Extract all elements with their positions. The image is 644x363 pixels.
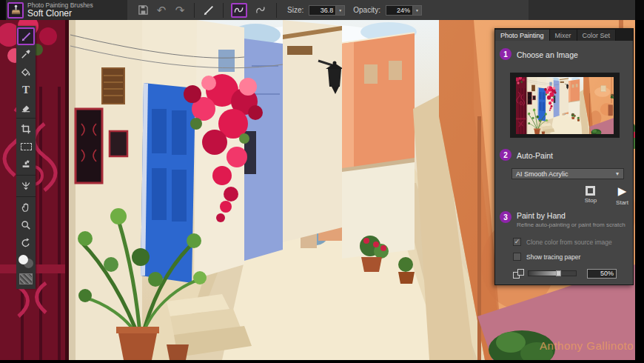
tab-color-set[interactable]: Color Set: [577, 30, 617, 41]
clone-color-checkbox[interactable]: ✓: [513, 238, 521, 246]
undo-button[interactable]: ↶: [155, 3, 168, 18]
stroke-style-line-button[interactable]: [252, 3, 269, 18]
tool-paper-texture[interactable]: [16, 271, 36, 286]
tool-clone-stamp[interactable]: [16, 156, 36, 173]
brush-variant-icon[interactable]: [7, 2, 24, 19]
toolbox-divider: [16, 118, 36, 119]
paintbrush-icon: [203, 4, 215, 16]
tool-grabber-hand[interactable]: [16, 199, 36, 216]
artist-watermark: Anthony Gallinoto: [540, 339, 634, 352]
brush-tool-button[interactable]: [202, 3, 215, 18]
start-button[interactable]: ▶ Start: [616, 186, 628, 211]
step-3-subtitle: Refine auto-painting or paint from scrat…: [517, 222, 625, 228]
freehand-stroke-icon: [233, 5, 245, 15]
chevron-down-icon: ▾: [611, 169, 623, 179]
property-bar: ↶ ↷ Size: 36: [127, 0, 529, 20]
tracing-paper-label: Show tracing paper: [526, 253, 580, 261]
clone-color-label: Clone color from source image: [526, 239, 612, 246]
photo-painting-panel: Photo Painting Mixer Color Set 1 Choose …: [494, 28, 634, 285]
opacity-input[interactable]: 24%: [386, 5, 413, 16]
app-window: Anthony Gallinoto Photo Painting Brushes…: [0, 0, 644, 363]
step-2-title: Auto-Paint: [517, 151, 553, 160]
text-tool-icon: T: [22, 84, 30, 96]
slider-thumb[interactable]: [556, 270, 561, 276]
tracing-opacity-row: 50%: [513, 267, 624, 279]
paint-bucket-icon: [21, 67, 31, 77]
step-1-badge: 1: [500, 48, 511, 60]
source-thumbnail-art: [516, 77, 614, 134]
tab-mixer[interactable]: Mixer: [550, 30, 577, 41]
tracing-paper-checkbox[interactable]: [513, 253, 521, 261]
tool-rotate-page[interactable]: [16, 234, 36, 252]
soft-cloner-dauber-icon: [10, 4, 21, 16]
toolbar-divider: [194, 3, 195, 18]
autopaint-style-value: AI Smooth Acrylic: [512, 170, 611, 178]
tracing-paper-icon: [513, 269, 524, 279]
save-icon: [138, 4, 149, 16]
dropper-icon: [21, 49, 31, 59]
autopaint-transport: Stop ▶ Start: [547, 186, 628, 211]
paper-texture-icon: [19, 273, 33, 284]
size-label: Size:: [287, 6, 303, 14]
tracing-paper-checkbox-row[interactable]: Show tracing paper: [513, 253, 580, 261]
source-image-thumbnail[interactable]: [516, 77, 614, 134]
size-input[interactable]: 36.8: [309, 5, 336, 16]
source-image-frame[interactable]: [510, 73, 620, 138]
clone-color-checkbox-row[interactable]: ✓ Clone color from source image: [513, 238, 612, 246]
toolbar-spacer: [529, 0, 635, 20]
redo-button[interactable]: ↷: [173, 3, 187, 18]
tool-eraser[interactable]: [16, 99, 36, 116]
top-toolbar: Photo Painting Brushes Soft Cloner ↶ ↷: [0, 0, 644, 20]
main-color-swatch[interactable]: [19, 255, 28, 264]
start-label: Start: [616, 199, 628, 206]
tool-rect-select[interactable]: [16, 138, 36, 156]
redo-icon: ↷: [175, 4, 185, 17]
opacity-label: Opacity:: [353, 6, 380, 14]
stop-button[interactable]: Stop: [585, 186, 597, 211]
mirror-painting-icon: [21, 181, 31, 191]
opacity-dropdown-arrow[interactable]: ▼: [413, 5, 422, 16]
tracing-opacity-value[interactable]: 50%: [587, 269, 617, 279]
toolbox: T: [16, 26, 36, 289]
tool-brush[interactable]: [17, 27, 35, 45]
toolbar-divider: [223, 3, 224, 18]
step-2-badge: 2: [500, 149, 511, 161]
crop-icon: [21, 124, 31, 134]
step-3-title: Paint by Hand: [517, 211, 566, 220]
tab-photo-painting[interactable]: Photo Painting: [495, 30, 550, 41]
toolbar-divider: [276, 3, 277, 18]
tool-magnifier[interactable]: [16, 216, 36, 234]
right-letterbox: [635, 0, 644, 363]
bottom-letterbox: [0, 360, 644, 363]
marquee-icon: [21, 143, 32, 150]
color-swatches-icon: [19, 255, 33, 268]
play-icon: ▶: [618, 186, 627, 198]
size-dropdown-arrow[interactable]: ▼: [336, 5, 345, 16]
tool-paint-bucket[interactable]: [16, 63, 36, 81]
magnifier-icon: [21, 220, 31, 230]
tool-dropper[interactable]: [16, 45, 36, 63]
eraser-icon: [21, 102, 31, 113]
brush-icon: [21, 31, 32, 42]
tool-mirror-painting[interactable]: [16, 177, 36, 195]
rotate-icon: [21, 238, 31, 248]
stroke-style-freehand-button[interactable]: [231, 3, 247, 18]
toolbox-divider: [16, 196, 36, 197]
stop-label: Stop: [585, 197, 597, 204]
save-button[interactable]: [136, 3, 150, 18]
curve-stroke-icon: [255, 5, 266, 15]
toolbox-divider: [16, 175, 36, 176]
tool-text[interactable]: T: [16, 81, 36, 99]
tool-crop[interactable]: [16, 120, 36, 138]
brush-variant-label: Soft Cloner: [27, 9, 93, 19]
panel-tab-bar: Photo Painting Mixer Color Set: [495, 29, 633, 41]
step-3-badge: 3: [500, 211, 511, 223]
clone-stamp-icon: [21, 159, 31, 170]
tool-color-swatches[interactable]: [16, 252, 36, 271]
step-1-title: Choose an Image: [517, 50, 578, 59]
brush-selector[interactable]: Photo Painting Brushes Soft Cloner: [6, 0, 127, 20]
autopaint-style-select[interactable]: AI Smooth Acrylic ▾: [511, 168, 624, 179]
check-icon: ✓: [514, 239, 520, 245]
tracing-opacity-slider[interactable]: [528, 270, 577, 276]
stop-icon: [586, 186, 595, 196]
